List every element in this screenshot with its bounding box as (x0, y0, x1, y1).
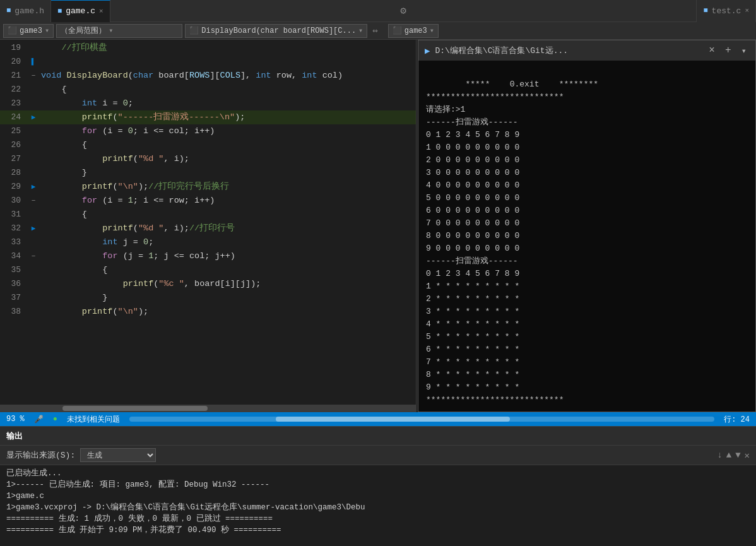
main-area: 19 //打印棋盘 20 ▌ 21 − void DisplayBoard(ch… (0, 40, 756, 412)
right-scope-label: game3 (405, 27, 427, 35)
breadcrumb-full-scope[interactable]: （全局范围） ▾ (56, 24, 182, 38)
scroll-down-icon[interactable]: ▼ (735, 450, 740, 460)
output-line-4: 1>game3.vcxproj -> D:\编程合集\C语言合集\Git远程仓库… (6, 502, 750, 513)
code-line-37: 37 } (0, 291, 416, 305)
status-dot: ● (53, 415, 57, 424)
code-line-32: 32 ▶ printf("%d ", i);//打印行号 (0, 222, 416, 235)
status-bar: 93 % 🎤 ● 未找到相关问题 行: 24 (0, 412, 756, 426)
breadcrumb-bar: ⬛ game3 ▾ （全局范围） ▾ ⬛ DisplayBoard(char b… (0, 22, 756, 40)
code-line-33: 33 int j = 0; (0, 235, 416, 249)
mic-icon[interactable]: 🎤 (34, 415, 44, 424)
code-line-22: 22 { (0, 83, 416, 97)
tab-game-h-label: game.h (15, 6, 44, 16)
code-line-21: 21 − void DisplayBoard(char board[ROWS][… (0, 69, 416, 83)
output-panel: 输出 显示输出来源(S): 生成 ↓ ▲ ▼ ✕ 已启动生成... 1>----… (0, 426, 756, 546)
tab-test-c-label: test.c (712, 6, 741, 16)
zoom-level[interactable]: 93 % (6, 415, 25, 424)
line-info: 行: 24 (724, 414, 750, 425)
output-line-3: 1>game.c (6, 490, 750, 502)
code-line-29: 29 ▶ printf("\n");//打印完行号后换行 (0, 180, 416, 194)
tab-game-c[interactable]: ■ game.c × (51, 0, 110, 22)
output-body: 已启动生成... 1>------ 已启动生成: 项目: game3, 配置: … (0, 465, 756, 546)
output-source-row: 显示输出来源(S): 生成 ↓ ▲ ▼ ✕ (0, 446, 756, 465)
tab-gear[interactable]: ⚙ (394, 4, 413, 17)
code-line-38: 38 printf("\n"); (0, 305, 416, 319)
tab-game-h[interactable]: ■ game.h (0, 0, 51, 22)
terminal-icon: ▶ (425, 45, 430, 56)
output-header: 输出 (0, 427, 756, 446)
close-terminal-btn[interactable]: × (706, 45, 718, 56)
code-line-36: 36 printf("%c ", board[i][j]); (0, 277, 416, 291)
tab-test-c[interactable]: ■ test.c × (696, 0, 756, 22)
no-issues: 未找到相关问题 (67, 414, 120, 425)
output-line-2: 1>------ 已启动生成: 项目: game3, 配置: Debug Win… (6, 479, 750, 490)
scope-icon2: ⬛ (393, 26, 402, 35)
output-actions: ↓ ▲ ▼ ✕ (717, 450, 750, 461)
scope-icon: ⬛ (8, 26, 17, 35)
chevron-down-icon2: ▾ (109, 26, 113, 35)
chevron-down-icon3: ▾ (358, 26, 363, 35)
close-icon[interactable]: × (99, 8, 103, 15)
breadcrumb-full-scope-label: （全局范围） (61, 25, 106, 36)
clear-output-icon[interactable]: ✕ (745, 450, 750, 461)
func-icon: ⬛ (189, 26, 199, 35)
output-source-label: 显示输出来源(S): (6, 449, 75, 461)
terminal-content: ***** 0.exit ******** ******************… (426, 80, 598, 405)
file-icon3: ■ (703, 6, 707, 15)
add-terminal-btn[interactable]: + (723, 45, 734, 56)
breadcrumb-func-label: DisplayBoard(char board[ROWS][C... (201, 27, 356, 35)
scroll-to-end-icon[interactable]: ↓ (717, 450, 722, 460)
output-line-1: 已启动生成... (6, 468, 750, 479)
output-line-5: ========== 生成: 1 成功，0 失败，0 最新，0 已跳过 ====… (6, 513, 750, 525)
breadcrumb-scope[interactable]: ⬛ game3 ▾ (3, 24, 54, 38)
code-line-30: 30 − for (i = 1; i <= row; i++) (0, 194, 416, 208)
scroll-up-icon[interactable]: ▲ (726, 450, 731, 460)
tab-game-c-label: game.c (66, 6, 95, 16)
code-line-20: 20 ▌ (0, 55, 416, 69)
output-source-select[interactable]: 生成 (80, 448, 156, 462)
output-label: 输出 (6, 430, 23, 442)
split-icon[interactable]: ⇔ (370, 25, 380, 36)
code-line-23: 23 int i = 0; (0, 97, 416, 110)
breadcrumb-scope-label: game3 (20, 27, 42, 35)
h-scroll-editor[interactable] (129, 417, 714, 422)
file-icon2: ■ (57, 7, 62, 16)
code-line-24: 24 ▶ printf("------扫雷游戏------\n"); (0, 110, 416, 124)
tab-bar: ■ game.h ■ game.c × ⚙ ■ test.c × (0, 0, 756, 22)
breadcrumb-func[interactable]: ⬛ DisplayBoard(char board[ROWS][C... ▾ (185, 24, 367, 38)
terminal-body[interactable]: ***** 0.exit ******** ******************… (418, 61, 755, 412)
terminal-titlebar[interactable]: ▶ D:\编程合集\C语言合集\Git远... × + ▾ (418, 40, 755, 61)
terminal-window: ▶ D:\编程合集\C语言合集\Git远... × + ▾ ***** 0.ex… (418, 40, 756, 412)
file-icon: ■ (6, 6, 11, 15)
code-line-19: 19 //打印棋盘 (0, 41, 416, 55)
app-container: ■ game.h ■ game.c × ⚙ ■ test.c × ⬛ game3… (0, 0, 756, 546)
code-line-35: 35 { (0, 263, 416, 277)
right-breadcrumb-scope[interactable]: ⬛ game3 ▾ (388, 24, 439, 38)
terminal-title: D:\编程合集\C语言合集\Git远... (435, 45, 701, 56)
chevron-down-icon4: ▾ (430, 26, 434, 35)
chevron-down-terminal-icon[interactable]: ▾ (739, 45, 749, 56)
code-area[interactable]: 19 //打印棋盘 20 ▌ 21 − void DisplayBoard(ch… (0, 40, 416, 405)
h-scrollbar[interactable] (0, 405, 416, 412)
code-line-25: 25 for (i = 0; i <= col; i++) (0, 124, 416, 138)
chevron-down-icon: ▾ (45, 26, 49, 35)
editor-pane[interactable]: 19 //打印棋盘 20 ▌ 21 − void DisplayBoard(ch… (0, 40, 416, 412)
code-line-28: 28 } (0, 166, 416, 180)
code-line-31: 31 { (0, 208, 416, 222)
code-line-34: 34 − for (j = 1; j <= col; j++) (0, 249, 416, 263)
close-icon2[interactable]: × (745, 7, 749, 15)
output-line-6: ========== 生成 开始于 9:09 PM，并花费了 00.490 秒 … (6, 525, 750, 536)
code-line-26: 26 { (0, 138, 416, 152)
scroll-thumb[interactable] (62, 406, 208, 411)
code-line-27: 27 printf("%d ", i); (0, 152, 416, 166)
